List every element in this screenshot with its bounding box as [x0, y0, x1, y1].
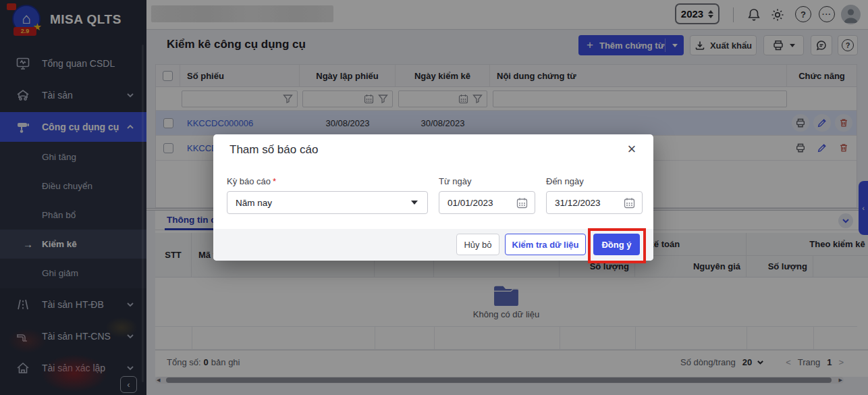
- required-mark: *: [273, 176, 276, 186]
- caret-down-icon: [411, 201, 418, 205]
- modal-title: Tham số báo cáo: [229, 143, 318, 157]
- app-window: ⌂ ★ 2.9 MISA QLTS Tổng quan CSDL Tài sản: [0, 0, 868, 395]
- period-label: Kỳ báo cáo*: [227, 176, 276, 186]
- to-date-value: 31/12/2023: [555, 198, 624, 208]
- close-icon[interactable]: ×: [622, 140, 641, 159]
- annotation-highlight-box: [588, 228, 646, 263]
- from-date-value: 01/01/2023: [447, 198, 516, 208]
- to-date-label: Đến ngày: [546, 176, 584, 186]
- from-date-label: Từ ngày: [439, 176, 471, 186]
- from-date-input[interactable]: 01/01/2023: [439, 191, 535, 214]
- period-select[interactable]: Năm nay: [227, 191, 428, 214]
- calendar-icon[interactable]: [624, 197, 635, 209]
- calendar-icon[interactable]: [516, 197, 528, 209]
- period-label-text: Kỳ báo cáo: [227, 176, 271, 186]
- to-date-input[interactable]: 31/12/2023: [546, 191, 643, 214]
- period-value: Năm nay: [236, 198, 411, 208]
- cancel-button[interactable]: Hủy bỏ: [456, 234, 499, 255]
- check-data-button[interactable]: Kiểm tra dữ liệu: [505, 234, 586, 255]
